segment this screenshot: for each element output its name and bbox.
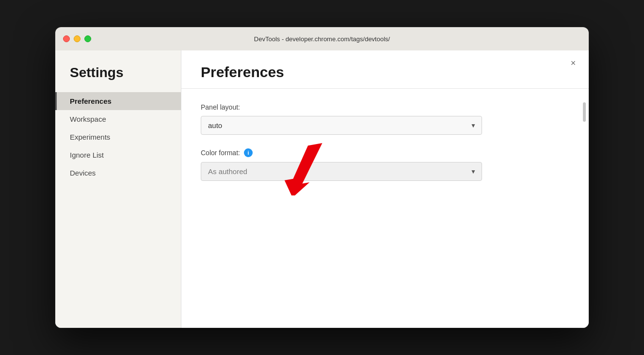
main-body: Panel layout: auto horizontal vertical ▼… [181, 89, 589, 328]
maximize-traffic-light[interactable] [84, 35, 91, 42]
info-icon[interactable]: i [244, 148, 253, 157]
color-format-label: Color format: [201, 149, 240, 157]
color-format-select-wrapper: As authored HEX RGB HSL ▼ [201, 162, 482, 181]
color-format-select[interactable]: As authored HEX RGB HSL [201, 162, 482, 181]
panel-layout-section: Panel layout: auto horizontal vertical ▼ [201, 103, 569, 135]
scrollbar-track[interactable] [583, 98, 586, 328]
scrollbar-thumb[interactable] [583, 102, 586, 122]
panel-layout-select[interactable]: auto horizontal vertical [201, 116, 482, 135]
page-title: Preferences [201, 64, 569, 81]
main-content: × Preferences Panel layout: auto horizon… [181, 50, 589, 328]
main-header: Preferences [181, 50, 589, 89]
app-window: DevTools - developer.chrome.com/tags/dev… [55, 27, 589, 328]
window-content: Settings Preferences Workspace Experimen… [55, 50, 589, 328]
sidebar-title: Settings [55, 65, 181, 92]
sidebar-item-experiments[interactable]: Experiments [55, 128, 181, 146]
panel-layout-label: Panel layout: [201, 103, 569, 111]
panel-layout-select-wrapper: auto horizontal vertical ▼ [201, 116, 482, 135]
sidebar-item-devices[interactable]: Devices [55, 164, 181, 182]
traffic-lights [63, 35, 91, 42]
close-traffic-light[interactable] [63, 35, 70, 42]
color-format-section: Color format: i As authored HEX RGB HSL … [201, 148, 569, 181]
sidebar-item-preferences[interactable]: Preferences [55, 92, 181, 110]
sidebar-nav: Preferences Workspace Experiments Ignore… [55, 92, 181, 182]
close-button[interactable]: × [567, 57, 579, 69]
title-bar: DevTools - developer.chrome.com/tags/dev… [55, 27, 589, 50]
sidebar: Settings Preferences Workspace Experimen… [55, 50, 181, 328]
color-format-label-row: Color format: i [201, 148, 569, 157]
window-title: DevTools - developer.chrome.com/tags/dev… [254, 35, 390, 43]
minimize-traffic-light[interactable] [74, 35, 80, 42]
sidebar-item-ignore-list[interactable]: Ignore List [55, 146, 181, 164]
sidebar-item-workspace[interactable]: Workspace [55, 110, 181, 128]
